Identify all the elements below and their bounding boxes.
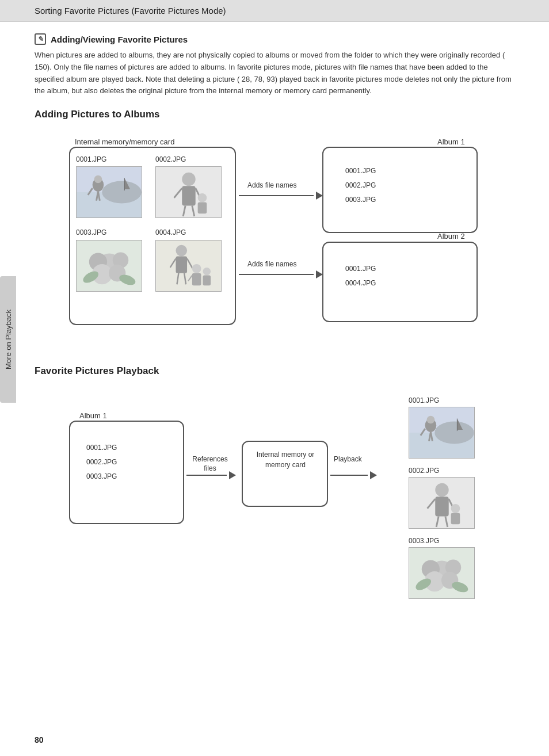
svg-point-58	[451, 504, 460, 513]
album1-box	[322, 147, 478, 233]
album1-file3: 0003.JPG	[345, 196, 376, 204]
img-0004	[155, 240, 222, 292]
svg-point-38	[203, 268, 211, 276]
pb-memory-label: Internal memory or memory card	[246, 449, 325, 470]
adds-files-1: Adds file names	[247, 181, 296, 189]
arrow-bottom	[239, 270, 323, 278]
svg-point-47	[427, 416, 435, 424]
side-tab-label: More on Playback	[4, 310, 13, 369]
adding-section-heading: Adding Pictures to Albums	[35, 109, 514, 120]
side-tab: More on Playback	[0, 276, 16, 403]
result-file1-label: 0001.JPG	[409, 396, 439, 404]
svg-rect-13	[182, 186, 195, 205]
playback-section-heading: Favorite Pictures Playback	[35, 365, 514, 377]
svg-rect-53	[435, 497, 448, 516]
svg-rect-39	[203, 276, 211, 286]
result-img2	[409, 477, 475, 529]
pb-arrow-head2	[370, 471, 377, 479]
svg-rect-30	[176, 257, 188, 273]
file-label-0004: 0004.JPG	[155, 228, 186, 236]
pb-arrow2	[330, 471, 377, 479]
album1-file1: 0001.JPG	[345, 167, 376, 175]
note-title-row: ✎ Adding/Viewing Favorite Pictures	[35, 33, 514, 45]
memory-label: Internal memory/memory card	[75, 138, 174, 146]
playback-diagram: Album 1 0001.JPG 0002.JPG 0003.JPG Refer…	[35, 386, 514, 628]
album2-label: Album 2	[437, 232, 465, 240]
pb-arrow-line1	[186, 475, 227, 476]
arrow-top	[239, 192, 323, 200]
svg-point-12	[182, 173, 195, 186]
playback-label: Playback	[334, 455, 362, 463]
adding-diagram: Internal memory/memory card 0001.JPG	[35, 129, 514, 348]
arrow-line-2	[239, 274, 314, 275]
file-label-0002: 0002.JPG	[155, 155, 186, 163]
img-0002	[155, 166, 222, 218]
note-body: When pictures are added to albums, they …	[35, 49, 514, 97]
page-header: Sorting Favorite Pictures (Favorite Pict…	[0, 0, 549, 22]
svg-point-52	[435, 483, 448, 497]
svg-point-29	[176, 245, 188, 257]
pb-album1-label: Album 1	[79, 411, 107, 420]
result-file3-label: 0003.JPG	[409, 537, 439, 545]
arrow-line-1	[239, 195, 314, 196]
references-files-label: References files	[190, 455, 230, 473]
pb-arrow-line2	[330, 475, 368, 476]
adds-files-2: Adds file names	[247, 260, 296, 268]
img-0001	[76, 166, 142, 218]
result-img3	[409, 547, 475, 599]
album2-file1: 0001.JPG	[345, 265, 376, 273]
pb-album1-file1: 0001.JPG	[86, 444, 117, 452]
note-icon: ✎	[35, 33, 46, 45]
note-section: ✎ Adding/Viewing Favorite Pictures When …	[35, 33, 514, 97]
svg-point-7	[94, 175, 102, 184]
svg-point-18	[198, 193, 207, 203]
svg-rect-19	[198, 203, 207, 214]
svg-point-43	[434, 422, 474, 444]
svg-rect-28	[156, 240, 220, 291]
pb-album1-file2: 0002.JPG	[86, 458, 117, 466]
svg-rect-36	[192, 273, 201, 286]
main-content: ✎ Adding/Viewing Favorite Pictures When …	[0, 22, 549, 656]
result-file2-label: 0002.JPG	[409, 467, 439, 475]
album1-file2: 0002.JPG	[345, 181, 376, 189]
pb-album1-file3: 0003.JPG	[86, 472, 117, 480]
svg-rect-59	[451, 513, 460, 525]
album1-label: Album 1	[437, 138, 465, 146]
album2-file2: 0004.JPG	[345, 279, 376, 287]
svg-point-3	[102, 181, 141, 204]
img-0003	[76, 240, 142, 292]
file-label-0003: 0003.JPG	[76, 228, 106, 236]
result-img1	[409, 407, 475, 459]
file-label-0001: 0001.JPG	[76, 155, 106, 163]
page-number: 80	[35, 735, 44, 744]
note-heading: Adding/Viewing Favorite Pictures	[51, 35, 188, 44]
svg-point-35	[192, 264, 201, 273]
header-title: Sorting Favorite Pictures (Favorite Pict…	[35, 6, 226, 16]
